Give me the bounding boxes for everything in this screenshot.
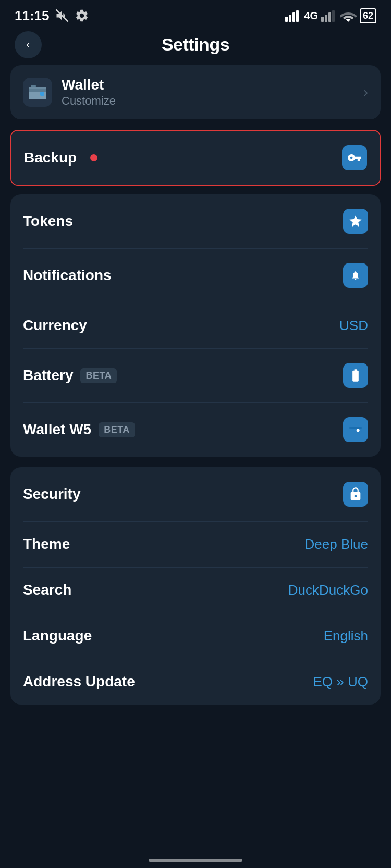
star-icon (348, 214, 363, 229)
tokens-icon-circle (343, 209, 368, 234)
page-header: ‹ Settings (0, 29, 391, 65)
notifications-label: Notifications (23, 267, 112, 284)
svg-rect-13 (31, 85, 36, 87)
tokens-label: Tokens (23, 213, 73, 230)
settings-group-1: Tokens Notifications Currency (10, 194, 381, 457)
svg-rect-4 (296, 10, 299, 22)
battery-right (343, 363, 368, 388)
status-left: 11:15 (15, 8, 89, 24)
svg-rect-8 (332, 10, 335, 22)
svg-rect-7 (328, 12, 331, 22)
wallet-w5-icon-circle (343, 417, 368, 442)
svg-rect-17 (349, 427, 361, 429)
wallet-chevron-icon: › (363, 84, 368, 100)
bell-icon (348, 268, 363, 283)
gear-icon (75, 8, 89, 23)
signal-icon (285, 9, 301, 22)
key-icon (347, 150, 362, 165)
battery-row[interactable]: Battery BETA (10, 348, 381, 402)
wifi-icon (340, 9, 357, 22)
search-right: DuckDuckGo (288, 582, 368, 598)
battery-settings-icon (348, 368, 363, 383)
language-row[interactable]: Language English (10, 613, 381, 659)
wallet-w5-beta-badge: BETA (99, 422, 135, 437)
security-right (343, 482, 368, 507)
language-left: Language (23, 627, 92, 644)
backup-left: Backup (24, 149, 97, 166)
wallet-subtitle: Customize (62, 94, 354, 108)
security-left: Security (23, 486, 81, 502)
notifications-left: Notifications (23, 267, 112, 284)
status-icons: 4G 62 (285, 8, 376, 23)
svg-rect-5 (321, 17, 324, 22)
wallet-title: Wallet (62, 77, 354, 93)
backup-row[interactable]: Backup (11, 131, 380, 185)
security-row[interactable]: Security (10, 467, 381, 521)
lock-icon (348, 487, 363, 501)
notifications-row[interactable]: Notifications (10, 248, 381, 303)
back-chevron-icon: ‹ (26, 39, 30, 51)
battery-left: Battery BETA (23, 367, 117, 384)
theme-left: Theme (23, 536, 70, 552)
address-update-value: EQ » UQ (313, 674, 368, 690)
battery-label: Battery (23, 367, 73, 384)
battery-beta-badge: BETA (80, 368, 117, 383)
wallet-card: Wallet Customize › (10, 65, 381, 119)
currency-left: Currency (23, 317, 87, 334)
address-update-right: EQ » UQ (313, 674, 368, 690)
currency-label: Currency (23, 317, 87, 334)
language-label: Language (23, 627, 92, 644)
currency-row[interactable]: Currency USD (10, 303, 381, 348)
wallet-icon (29, 85, 46, 99)
svg-rect-3 (292, 12, 295, 22)
wallet2-icon (348, 422, 363, 437)
search-left: Search (23, 582, 71, 598)
theme-label: Theme (23, 536, 70, 552)
svg-point-16 (357, 429, 360, 432)
back-button[interactable]: ‹ (15, 31, 42, 58)
wallet-text: Wallet Customize (62, 77, 354, 108)
settings-group-2: Security Theme Deep Blue Search DuckDuck… (10, 467, 381, 705)
search-row[interactable]: Search DuckDuckGo (10, 567, 381, 613)
address-update-label: Address Update (23, 673, 135, 690)
svg-rect-6 (325, 15, 327, 22)
tokens-row[interactable]: Tokens (10, 194, 381, 248)
language-right: English (324, 628, 368, 644)
wallet-row[interactable]: Wallet Customize › (10, 65, 381, 119)
notifications-right (343, 263, 368, 288)
svg-rect-10 (29, 89, 46, 92)
page-title: Settings (162, 34, 229, 55)
tokens-left: Tokens (23, 213, 73, 230)
notifications-icon-circle (343, 263, 368, 288)
mute-icon (55, 8, 69, 23)
theme-right: Deep Blue (305, 536, 368, 552)
address-update-left: Address Update (23, 673, 135, 690)
language-value: English (324, 628, 368, 644)
lte-label: 4G (304, 10, 318, 22)
security-label: Security (23, 486, 81, 502)
backup-icon-circle (342, 145, 367, 170)
wallet-w5-row[interactable]: Wallet W5 BETA (10, 402, 381, 457)
wallet-w5-label: Wallet W5 (23, 421, 91, 438)
svg-rect-2 (289, 15, 291, 22)
backup-label: Backup (24, 149, 77, 166)
svg-rect-11 (40, 92, 44, 96)
address-update-row[interactable]: Address Update EQ » UQ (10, 659, 381, 705)
theme-value: Deep Blue (305, 536, 368, 552)
battery-indicator: 62 (360, 8, 376, 23)
signal2-icon (321, 9, 337, 22)
currency-value: USD (339, 318, 368, 334)
svg-rect-15 (349, 425, 361, 435)
time-display: 11:15 (15, 8, 50, 24)
backup-alert-dot (90, 154, 97, 161)
battery-icon-circle (343, 363, 368, 388)
theme-row[interactable]: Theme Deep Blue (10, 521, 381, 567)
wallet-w5-left: Wallet W5 BETA (23, 421, 135, 438)
search-label: Search (23, 582, 71, 598)
wallet-w5-right (343, 417, 368, 442)
status-bar: 11:15 4G 62 (0, 0, 391, 29)
tokens-right (343, 209, 368, 234)
svg-rect-1 (285, 17, 288, 22)
security-icon-circle (343, 482, 368, 507)
battery-level: 62 (363, 10, 373, 21)
